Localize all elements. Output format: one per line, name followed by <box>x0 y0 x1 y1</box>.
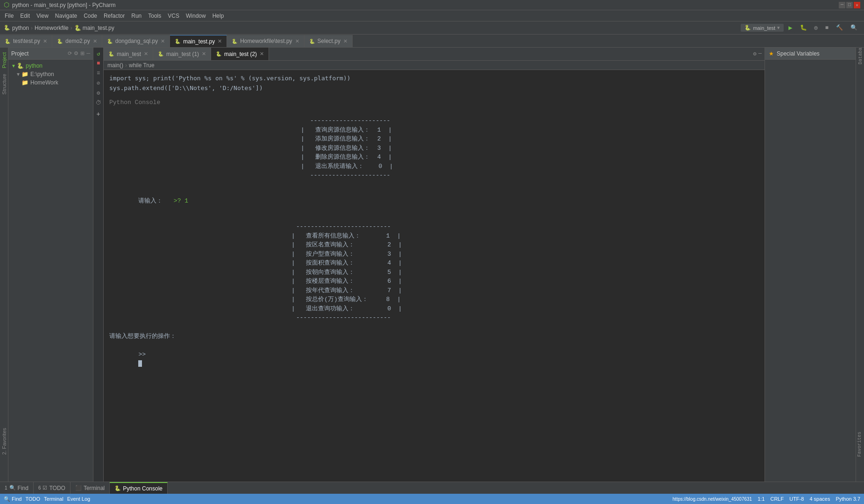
editor-tab-maintest1-close[interactable]: ✕ <box>144 51 148 57</box>
file-tab-select[interactable]: 🐍 Select.py ✕ <box>305 35 353 47</box>
todo-status[interactable]: TODO <box>25 496 40 502</box>
file-tab-hwtest-close[interactable]: ✕ <box>295 38 299 44</box>
project-collapse-icon[interactable]: ─ <box>86 50 90 56</box>
status-right: https://blog.csdn.net/weixin_45007631 1:… <box>673 496 860 502</box>
menu-vcs[interactable]: VCS <box>165 12 182 20</box>
project-expand-icon[interactable]: ⊞ <box>80 50 85 56</box>
menu2-item-2: | 按区名查询输入： 2 | <box>109 240 759 250</box>
editor-minimize-icon[interactable]: ─ <box>758 50 762 57</box>
run-controls: 🐍 main_test ▾ ▶ 🐛 ◎ ■ 🔨 🔍 <box>741 23 860 33</box>
build-button[interactable]: 🔨 <box>833 23 846 32</box>
maximize-button[interactable]: □ <box>846 2 853 8</box>
tool-btn-add[interactable]: + <box>94 110 103 119</box>
vertical-tab-project[interactable]: Project <box>0 49 8 71</box>
bottom-tab-python-console[interactable]: 🐍 Python Console <box>110 482 168 494</box>
console-content[interactable]: import sys; print('Python %s on %s' % (s… <box>104 70 765 482</box>
todo-label: TODO <box>49 485 65 491</box>
tool-btn-clear[interactable]: ⊘ <box>94 79 103 87</box>
tool-btn-timer[interactable]: ⏱ <box>94 98 103 107</box>
file-tab-maintest-icon: 🐍 <box>175 39 180 44</box>
indent-status[interactable]: 4 spaces <box>809 496 830 502</box>
breadcrumb2-while[interactable]: while True <box>129 62 155 69</box>
menu-navigate[interactable]: Navigate <box>52 12 80 20</box>
position-status[interactable]: 1:1 <box>758 496 765 502</box>
file-tab-maintest[interactable]: 🐍 main_test.py ✕ <box>170 35 227 47</box>
far-right-databases[interactable]: Database <box>857 49 864 57</box>
tree-item-python[interactable]: ▾ 🐍 python <box>10 62 91 70</box>
editor-settings-icon[interactable]: ⚙ <box>753 50 757 57</box>
bottom-tab-find[interactable]: 1 🔍 Find <box>0 482 34 494</box>
tool-btn-console[interactable]: ≡ <box>94 69 103 77</box>
event-log-status[interactable]: Event Log <box>67 496 91 502</box>
editor-tab-maintest2[interactable]: 🐍 main_test (1) ✕ <box>153 48 211 60</box>
vertical-tab-favorites[interactable]: 2. Favorites <box>0 425 8 457</box>
breadcrumb-python-label[interactable]: python <box>12 25 29 31</box>
tree-item-folder[interactable]: ▾ 📁 E:\python <box>10 70 91 78</box>
menu-tools[interactable]: Tools <box>145 12 164 20</box>
project-sync-icon[interactable]: ⟳ <box>68 50 72 56</box>
project-title: Project <box>11 50 28 57</box>
tool-left-panel: ↺ ■ ≡ ⊘ ⚙ ⏱ + <box>93 48 104 482</box>
far-right-event[interactable]: Favorites <box>856 441 863 448</box>
prompt-2-input[interactable]: >> <box>109 341 759 377</box>
editor-tab-maintest3[interactable]: 🐍 main_test (2) ✕ <box>211 48 269 60</box>
file-tab-select-close[interactable]: ✕ <box>343 38 347 44</box>
breadcrumb-homeworkfile[interactable]: Homeworkfile <box>35 25 69 31</box>
file-tab-hwtest[interactable]: 🐍 Homeworkfile\test.py ✕ <box>227 35 304 47</box>
menu1-item-5: | 退出系统请输入： 0 | <box>109 162 759 171</box>
file-tab-test[interactable]: 🐍 test\test.py ✕ <box>0 35 52 47</box>
menu-view[interactable]: View <box>34 12 51 20</box>
breadcrumb-sep2: › <box>71 25 72 31</box>
editor-tab-maintest3-close[interactable]: ✕ <box>260 51 264 57</box>
menu-run[interactable]: Run <box>128 12 144 20</box>
debug-button[interactable]: 🐛 <box>797 23 810 32</box>
menu-window[interactable]: Window <box>183 12 209 20</box>
menu-code[interactable]: Code <box>81 12 100 20</box>
bottom-tab-todo[interactable]: 6 ☑ TODO <box>34 482 71 494</box>
url-status[interactable]: https://blog.csdn.net/weixin_45007631 <box>673 497 752 502</box>
file-tab-dongdang-close[interactable]: ✕ <box>161 38 165 44</box>
breadcrumb-python[interactable]: 🐍 <box>4 25 10 31</box>
editor-tab-maintest1[interactable]: 🐍 main_test ✕ <box>104 48 153 60</box>
file-tab-test-close[interactable]: ✕ <box>43 38 47 44</box>
editor-tab-maintest2-close[interactable]: ✕ <box>202 51 206 57</box>
editor-tab-maintest3-icon: 🐍 <box>216 51 221 56</box>
bottom-tabs: 1 🔍 Find 6 ☑ TODO ⬛ Terminal 🐍 Python Co… <box>0 482 864 494</box>
crlf-status[interactable]: CRLF <box>770 496 784 502</box>
menu-refactor[interactable]: Refactor <box>101 12 127 20</box>
file-tab-demo2[interactable]: 🐍 demo2.py ✕ <box>52 35 102 47</box>
file-tab-select-icon: 🐍 <box>309 39 315 44</box>
minimize-button[interactable]: ─ <box>839 2 845 8</box>
tool-btn-settings[interactable]: ⚙ <box>94 89 103 97</box>
terminal-status[interactable]: Terminal <box>44 496 64 502</box>
run-config-selector[interactable]: 🐍 main_test ▾ <box>741 24 784 32</box>
file-tab-demo2-close[interactable]: ✕ <box>93 38 97 44</box>
menu-edit[interactable]: Edit <box>17 12 33 20</box>
prompt-1: 请输入： >? 1 <box>109 188 759 215</box>
project-settings-icon[interactable]: ⚙ <box>74 50 78 56</box>
vertical-tab-structure[interactable]: Structure <box>0 71 8 98</box>
file-tab-maintest-close[interactable]: ✕ <box>218 38 222 44</box>
right-panel: ★ Special Variables <box>765 48 856 482</box>
file-encoding-status[interactable]: UTF-8 <box>789 496 804 502</box>
breadcrumb2-sep: › <box>125 62 127 69</box>
tool-btn-stop[interactable]: ■ <box>94 59 103 68</box>
tree-icon-folder: 📁 <box>21 71 28 77</box>
tool-btn-rerun[interactable]: ↺ <box>94 49 103 58</box>
stop-button[interactable]: ■ <box>822 24 831 32</box>
tree-item-homework[interactable]: 📁 HomeWork <box>10 78 91 87</box>
coverage-button[interactable]: ◎ <box>812 23 821 32</box>
menu-file[interactable]: File <box>2 12 16 20</box>
close-button[interactable]: ✕ <box>854 2 860 8</box>
file-tab-dongdang[interactable]: 🐍 dongdang_sql.py ✕ <box>102 35 170 47</box>
title-bar-title: python - main_test.py [python] - PyCharm <box>12 2 115 8</box>
tree-icon-python: 🐍 <box>17 63 24 69</box>
bottom-tab-terminal[interactable]: ⬛ Terminal <box>71 482 110 494</box>
menu-help[interactable]: Help <box>210 12 227 20</box>
python-version-status[interactable]: Python 3.7 <box>836 496 860 502</box>
run-button[interactable]: ▶ <box>786 23 795 33</box>
breadcrumb2-main[interactable]: main() <box>107 62 123 69</box>
search-status[interactable]: 🔍 Find <box>4 496 21 502</box>
breadcrumb-maintest[interactable]: 🐍 main_test.py <box>74 25 114 31</box>
search-button[interactable]: 🔍 <box>848 23 860 32</box>
